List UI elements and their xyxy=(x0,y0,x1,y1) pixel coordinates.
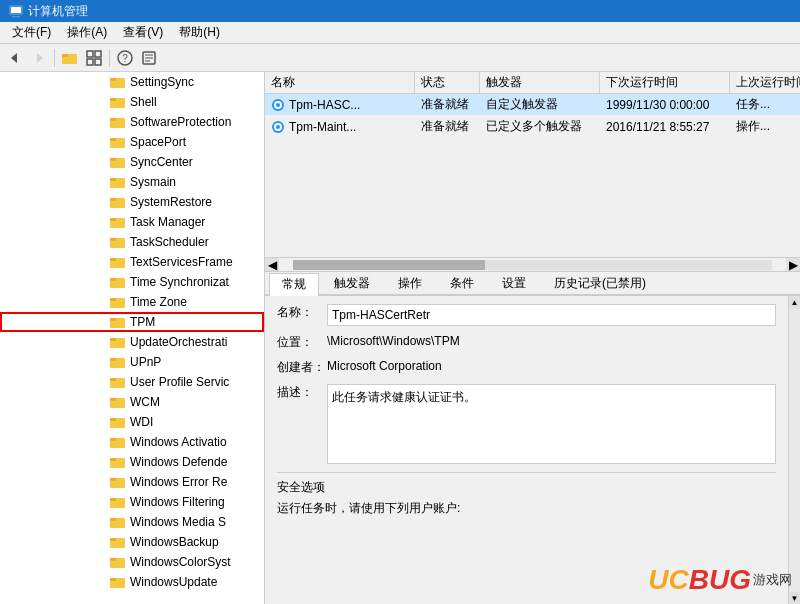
tab-条件[interactable]: 条件 xyxy=(437,272,487,294)
help-button[interactable]: ? xyxy=(114,47,136,69)
tab-常规[interactable]: 常规 xyxy=(269,273,319,296)
tree-item-label: TPM xyxy=(130,315,155,329)
svg-rect-10 xyxy=(95,59,101,65)
tree-item[interactable]: Sysmain xyxy=(0,172,264,192)
tree-item[interactable]: SyncCenter xyxy=(0,152,264,172)
table-column-header: 状态 xyxy=(415,72,480,93)
author-value: Microsoft Corporation xyxy=(327,359,776,373)
desc-row: 描述： 此任务请求健康认证证书。 xyxy=(277,384,776,464)
author-label: 创建者： xyxy=(277,359,327,376)
tree-item[interactable]: TextServicesFrame xyxy=(0,252,264,272)
svg-rect-28 xyxy=(110,178,116,181)
tab-操作[interactable]: 操作 xyxy=(385,272,435,294)
table-cell: Tpm-HASC... xyxy=(265,94,415,115)
scroll-up-button[interactable]: ▲ xyxy=(789,296,801,308)
tree-item[interactable]: Time Synchronizat xyxy=(0,272,264,292)
tree-item[interactable]: Windows Filtering xyxy=(0,492,264,512)
horizontal-scrollbar[interactable]: ◀ ▶ xyxy=(265,257,800,271)
tree-item[interactable]: Windows Media S xyxy=(0,512,264,532)
tree-item[interactable]: WDI xyxy=(0,412,264,432)
tab-历史记录(已禁用)[interactable]: 历史记录(已禁用) xyxy=(541,272,659,294)
tree-item[interactable]: Time Zone xyxy=(0,292,264,312)
menu-bar: 文件(F) 操作(A) 查看(V) 帮助(H) xyxy=(0,22,800,44)
table-row[interactable]: Tpm-HASC...准备就绪自定义触发器1999/11/30 0:00:00任… xyxy=(265,94,800,116)
menu-view[interactable]: 查看(V) xyxy=(115,22,171,43)
tree-item[interactable]: WCM xyxy=(0,392,264,412)
menu-help[interactable]: 帮助(H) xyxy=(171,22,228,43)
svg-rect-40 xyxy=(110,298,116,301)
tree-item[interactable]: UpdateOrchestrati xyxy=(0,332,264,352)
tree-item[interactable]: SystemRestore xyxy=(0,192,264,212)
tab-设置[interactable]: 设置 xyxy=(489,272,539,294)
tree-item[interactable]: Shell xyxy=(0,92,264,112)
table-cell: 已定义多个触发器 xyxy=(480,116,600,137)
name-label: 名称： xyxy=(277,304,327,321)
tree-item-label: WindowsColorSyst xyxy=(130,555,231,569)
back-button[interactable] xyxy=(4,47,26,69)
svg-rect-36 xyxy=(110,258,116,261)
tree-item[interactable]: SoftwareProtection xyxy=(0,112,264,132)
svg-rect-58 xyxy=(110,478,116,481)
table-body[interactable]: Tpm-HASC...准备就绪自定义触发器1999/11/30 0:00:00任… xyxy=(265,94,800,257)
menu-action[interactable]: 操作(A) xyxy=(59,22,115,43)
watermark-uc: UC xyxy=(648,564,688,596)
detail-scrollbar[interactable]: ▲ ▼ xyxy=(788,296,800,604)
svg-rect-68 xyxy=(110,578,116,581)
svg-rect-6 xyxy=(62,54,68,57)
scroll-track xyxy=(789,308,800,592)
tree-item[interactable]: WindowsUpdate xyxy=(0,572,264,592)
tree-item[interactable]: Windows Error Re xyxy=(0,472,264,492)
tree-item[interactable]: TaskScheduler xyxy=(0,232,264,252)
svg-rect-38 xyxy=(110,278,116,281)
svg-rect-26 xyxy=(110,158,116,161)
tree-item-label: WindowsUpdate xyxy=(130,575,217,589)
table-column-header: 上次运行时间 xyxy=(730,72,800,93)
properties-button[interactable] xyxy=(138,47,160,69)
name-row: 名称： Tpm-HASCertRetr xyxy=(277,304,776,326)
table-cell: 任务... xyxy=(730,94,800,115)
svg-rect-42 xyxy=(110,318,116,321)
tree-item[interactable]: SpacePort xyxy=(0,132,264,152)
tree-item[interactable]: Task Manager xyxy=(0,212,264,232)
folder-button[interactable] xyxy=(59,47,81,69)
svg-marker-4 xyxy=(37,53,43,63)
svg-rect-20 xyxy=(110,98,116,101)
tree-scroll[interactable]: SettingSync Shell SoftwareProtection Spa… xyxy=(0,72,264,604)
tree-item-label: Windows Error Re xyxy=(130,475,227,489)
tree-item-label: Windows Defende xyxy=(130,455,227,469)
tree-item[interactable]: UPnP xyxy=(0,352,264,372)
table-column-header: 名称 xyxy=(265,72,415,93)
tree-item[interactable]: Windows Defende xyxy=(0,452,264,472)
forward-button[interactable] xyxy=(28,47,50,69)
tree-item[interactable]: SettingSync xyxy=(0,72,264,92)
tree-item-label: TaskScheduler xyxy=(130,235,209,249)
svg-rect-50 xyxy=(110,398,116,401)
toggle-view-button[interactable] xyxy=(83,47,105,69)
tree-item[interactable]: User Profile Servic xyxy=(0,372,264,392)
tree-item-label: Shell xyxy=(130,95,157,109)
svg-point-71 xyxy=(276,103,280,107)
tree-item[interactable]: WindowsBackup xyxy=(0,532,264,552)
tab-触发器[interactable]: 触发器 xyxy=(321,272,383,294)
tree-item-label: UpdateOrchestrati xyxy=(130,335,227,349)
tree-item[interactable]: TPM xyxy=(0,312,264,332)
svg-rect-22 xyxy=(110,118,116,121)
tree-item[interactable]: Windows Activatio xyxy=(0,432,264,452)
tree-item-label: UPnP xyxy=(130,355,161,369)
svg-rect-9 xyxy=(87,59,93,65)
tree-item-label: Sysmain xyxy=(130,175,176,189)
tree-item-label: Windows Activatio xyxy=(130,435,227,449)
menu-file[interactable]: 文件(F) xyxy=(4,22,59,43)
svg-rect-2 xyxy=(12,16,20,18)
tree-item-label: WindowsBackup xyxy=(130,535,219,549)
table-header: 名称状态触发器下次运行时间上次运行时间上次... xyxy=(265,72,800,94)
tree-item-label: Windows Filtering xyxy=(130,495,225,509)
author-row: 创建者： Microsoft Corporation xyxy=(277,359,776,376)
svg-rect-30 xyxy=(110,198,116,201)
name-value: Tpm-HASCertRetr xyxy=(327,304,776,326)
svg-rect-46 xyxy=(110,358,116,361)
left-panel: SettingSync Shell SoftwareProtection Spa… xyxy=(0,72,265,604)
svg-rect-64 xyxy=(110,538,116,541)
table-row[interactable]: Tpm-Maint...准备就绪已定义多个触发器2016/11/21 8:55:… xyxy=(265,116,800,138)
tree-item[interactable]: WindowsColorSyst xyxy=(0,552,264,572)
